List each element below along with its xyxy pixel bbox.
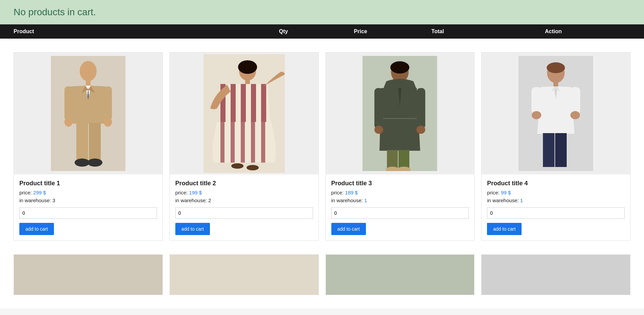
product-card-3: Product title 3 price: 189 $ in warehous… [326, 52, 475, 241]
product-price-1: price: 299 $ [19, 190, 157, 195]
product-image-1 [14, 52, 162, 174]
qty-input-1[interactable] [19, 207, 157, 219]
svg-rect-24 [241, 122, 245, 163]
add-to-cart-button-2[interactable]: add to cart [175, 223, 210, 235]
product-card-4: Product title 4 price: 99 $ in warehouse… [481, 52, 630, 241]
product-warehouse-4: in warehouse: 1 [487, 197, 625, 203]
svg-rect-33 [374, 88, 383, 129]
svg-rect-25 [251, 122, 255, 163]
add-to-cart-button-3[interactable]: add to cart [331, 223, 366, 235]
product-info-2: Product title 2 price: 199 $ in warehous… [170, 174, 318, 240]
product-title-4: Product title 4 [487, 180, 625, 187]
svg-rect-9 [76, 123, 88, 160]
svg-rect-38 [398, 150, 409, 169]
header-total: Total [399, 28, 476, 35]
bottom-card-4 [481, 254, 630, 295]
bottom-card-3 [326, 254, 475, 295]
svg-rect-6 [103, 86, 112, 120]
product-warehouse-2: in warehouse: 2 [175, 197, 313, 203]
svg-point-12 [87, 159, 102, 167]
warehouse-value-3: 1 [364, 197, 367, 203]
header-qty: Qty [245, 28, 322, 35]
svg-rect-10 [89, 123, 101, 160]
svg-rect-23 [231, 122, 235, 163]
svg-point-1 [80, 61, 97, 81]
bottom-card-2 [170, 254, 319, 295]
price-value-2: 199 $ [189, 190, 202, 195]
svg-rect-5 [64, 86, 73, 120]
svg-rect-34 [417, 88, 425, 129]
price-value-1: 299 $ [33, 190, 46, 195]
svg-point-11 [75, 159, 90, 167]
header-product: Product [14, 28, 245, 35]
add-to-cart-button-4[interactable]: add to cart [487, 223, 522, 235]
product-warehouse-1: in warehouse: 3 [19, 197, 157, 203]
svg-rect-22 [220, 122, 225, 163]
header-price: Price [322, 28, 399, 35]
bottom-row [0, 254, 644, 309]
svg-point-43 [547, 62, 565, 73]
svg-rect-47 [531, 87, 542, 114]
product-info-3: Product title 3 price: 189 $ in warehous… [326, 174, 474, 240]
svg-rect-37 [387, 150, 398, 169]
qty-input-3[interactable] [331, 207, 469, 219]
svg-rect-16 [245, 79, 250, 85]
warehouse-value-1: 3 [53, 197, 55, 203]
warehouse-value-4: 1 [520, 197, 523, 203]
bottom-card-1 [14, 254, 163, 295]
svg-point-7 [64, 117, 73, 127]
cart-notice-banner: No products in cart. [0, 0, 644, 24]
product-card-1: Product title 1 price: 299 $ in warehous… [14, 52, 163, 241]
svg-point-49 [532, 111, 541, 119]
svg-point-35 [374, 126, 383, 134]
svg-point-31 [390, 61, 409, 74]
product-info-1: Product title 1 price: 299 $ in warehous… [14, 174, 162, 240]
cart-notice-text: No products in cart. [14, 7, 96, 17]
product-title-1: Product title 1 [19, 180, 157, 187]
price-value-3: 189 $ [345, 190, 358, 195]
svg-rect-52 [555, 133, 567, 167]
price-value-4: 99 $ [501, 190, 511, 195]
product-price-2: price: 199 $ [175, 190, 313, 195]
svg-rect-48 [570, 87, 580, 114]
svg-point-27 [231, 163, 243, 169]
qty-input-2[interactable] [175, 207, 313, 219]
svg-rect-26 [261, 122, 265, 163]
qty-input-4[interactable] [487, 207, 625, 219]
product-info-4: Product title 4 price: 99 $ in warehouse… [482, 174, 630, 240]
products-grid: Product title 1 price: 299 $ in warehous… [0, 39, 644, 254]
product-title-2: Product title 2 [175, 180, 313, 187]
add-to-cart-button-1[interactable]: add to cart [19, 223, 54, 235]
product-image-3 [326, 52, 474, 174]
product-card-2: Product title 2 price: 199 $ in warehous… [170, 52, 319, 241]
product-title-3: Product title 3 [331, 180, 469, 187]
svg-point-46 [555, 93, 557, 95]
product-image-2 [170, 52, 318, 174]
cart-table-header: Product Qty Price Total Action [0, 24, 644, 39]
product-price-3: price: 189 $ [331, 190, 469, 195]
header-action: Action [476, 28, 630, 35]
svg-rect-2 [86, 80, 91, 86]
product-price-4: price: 99 $ [487, 190, 625, 195]
svg-rect-51 [543, 133, 554, 167]
warehouse-value-2: 2 [208, 197, 211, 203]
svg-point-45 [555, 90, 557, 92]
svg-point-8 [104, 117, 112, 127]
product-image-4 [482, 52, 630, 174]
svg-point-50 [570, 111, 580, 119]
product-warehouse-3: in warehouse: 1 [331, 197, 469, 203]
svg-point-36 [416, 126, 425, 134]
svg-point-28 [247, 165, 259, 170]
svg-point-15 [238, 60, 257, 74]
